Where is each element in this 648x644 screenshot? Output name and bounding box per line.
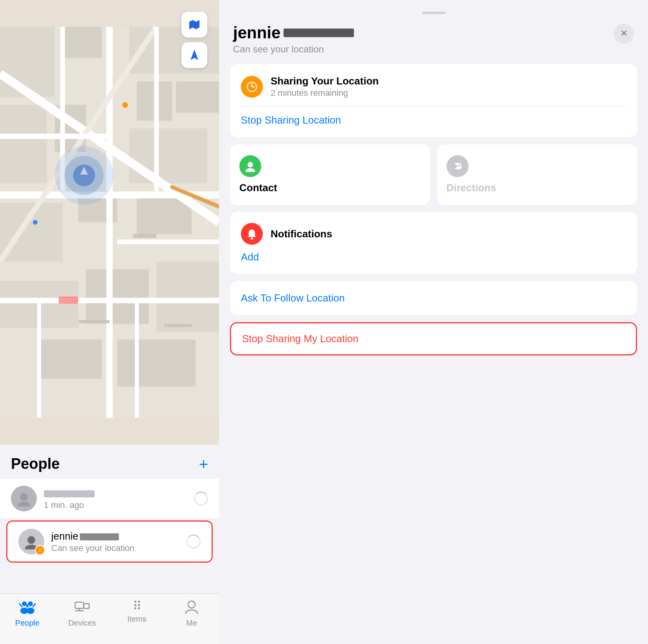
drag-handle xyxy=(422,12,445,14)
close-button[interactable]: ✕ xyxy=(614,23,634,44)
sharing-icon xyxy=(241,76,263,98)
person-item-jennie[interactable]: ⏱ jennie Can see your location xyxy=(6,520,213,563)
notifications-icon xyxy=(241,223,263,245)
svg-rect-32 xyxy=(59,297,78,304)
tab-me[interactable]: Me xyxy=(164,600,219,628)
person1-avatar xyxy=(11,486,37,511)
tab-items[interactable]: ⠿ Items xyxy=(109,600,164,624)
detail-header: jennie Can see your location ✕ xyxy=(219,23,648,64)
svg-rect-15 xyxy=(39,340,102,379)
contact-directions-row: Contact Directions xyxy=(230,144,637,205)
people-tab-icon xyxy=(19,600,36,616)
svg-rect-2 xyxy=(63,27,102,58)
jennie-avatar: ⏱ xyxy=(18,529,44,554)
person-item-1[interactable]: 1 min. ago xyxy=(0,479,219,519)
svg-point-38 xyxy=(33,220,38,225)
directions-label: Directions xyxy=(447,182,628,194)
svg-rect-53 xyxy=(75,602,84,608)
contact-card[interactable]: Contact xyxy=(230,144,430,205)
person1-name xyxy=(44,487,194,499)
svg-point-37 xyxy=(122,102,128,108)
jennie-name: jennie xyxy=(51,530,187,542)
notif-row: Notifications xyxy=(241,223,626,245)
svg-point-48 xyxy=(27,608,34,614)
tab-bar: People Devices ⠿ Items xyxy=(0,593,219,644)
svg-line-49 xyxy=(20,604,22,607)
people-header: People + xyxy=(0,445,219,479)
svg-rect-9 xyxy=(176,82,219,113)
stop-my-location-button[interactable]: Stop Sharing My Location xyxy=(242,333,359,344)
svg-point-62 xyxy=(248,162,253,167)
people-panel: People + 1 min. ago xyxy=(0,445,219,593)
svg-rect-30 xyxy=(164,324,192,327)
svg-point-57 xyxy=(188,601,195,608)
svg-rect-3 xyxy=(0,105,47,183)
notifications-card: Notifications Add xyxy=(230,212,637,274)
jennie-spinner xyxy=(187,535,201,549)
tab-devices-label: Devices xyxy=(68,619,96,628)
ask-follow-card: Ask To Follow Location xyxy=(230,281,637,315)
svg-rect-29 xyxy=(78,320,109,323)
tab-people-label: People xyxy=(15,619,39,628)
name-redacted xyxy=(284,29,354,37)
svg-point-64 xyxy=(251,237,253,240)
people-title: People xyxy=(11,456,60,472)
sharing-card-row: Sharing Your Location 2 minutes remainin… xyxy=(241,75,626,98)
me-tab-icon xyxy=(184,600,199,616)
jennie-status: Can see your location xyxy=(51,543,187,553)
add-person-button[interactable]: + xyxy=(199,456,208,472)
svg-text:⏱: ⏱ xyxy=(38,549,42,553)
svg-rect-10 xyxy=(129,129,207,183)
sharing-title: Sharing Your Location xyxy=(271,75,626,87)
svg-rect-13 xyxy=(86,269,149,324)
contact-name-row: jennie xyxy=(233,23,614,42)
tab-devices[interactable]: Devices xyxy=(55,600,109,628)
svg-rect-54 xyxy=(84,604,89,608)
map-buttons xyxy=(181,12,207,68)
jennie-badge: ⏱ xyxy=(35,545,45,555)
detail-header-info: jennie Can see your location xyxy=(233,23,614,55)
left-panel: People + 1 min. ago xyxy=(0,0,219,644)
tab-people[interactable]: People xyxy=(0,600,55,628)
notifications-title: Notifications xyxy=(271,228,332,240)
person-list: 1 min. ago ⏱ xyxy=(0,479,219,593)
tab-items-label: Items xyxy=(127,615,147,624)
map-area xyxy=(0,0,219,445)
stop-sharing-my-location-card: Stop Sharing My Location xyxy=(230,322,637,355)
contact-icon xyxy=(239,155,261,177)
items-tab-icon: ⠿ xyxy=(133,600,142,612)
svg-rect-16 xyxy=(117,340,196,387)
devices-tab-icon xyxy=(74,600,91,616)
contact-label: Contact xyxy=(239,182,421,194)
add-notification-link[interactable]: Add xyxy=(241,249,259,263)
contact-name: jennie xyxy=(233,23,280,42)
svg-rect-14 xyxy=(156,262,219,332)
svg-point-41 xyxy=(27,536,35,544)
tab-me-label: Me xyxy=(186,619,197,628)
jennie-info: jennie Can see your location xyxy=(51,530,187,553)
right-panel: jennie Can see your location ✕ Sharing Y… xyxy=(219,0,648,644)
svg-line-52 xyxy=(33,604,35,607)
svg-rect-28 xyxy=(133,234,156,238)
svg-point-63 xyxy=(246,168,255,172)
location-button[interactable] xyxy=(181,42,207,68)
svg-rect-1 xyxy=(0,27,55,97)
sharing-text: Sharing Your Location 2 minutes remainin… xyxy=(271,75,626,98)
person1-info: 1 min. ago xyxy=(44,487,194,510)
person1-status: 1 min. ago xyxy=(44,500,194,510)
contact-subtitle: Can see your location xyxy=(233,44,614,55)
sharing-divider xyxy=(241,106,626,106)
ask-follow-link[interactable]: Ask To Follow Location xyxy=(241,292,345,304)
sharing-card: Sharing Your Location 2 minutes remainin… xyxy=(230,64,637,137)
stop-sharing-location-link[interactable]: Stop Sharing Location xyxy=(241,114,626,126)
person1-spinner xyxy=(194,492,208,506)
sharing-subtitle: 2 minutes remaining xyxy=(271,88,626,98)
svg-point-58 xyxy=(186,610,197,614)
directions-icon xyxy=(447,155,468,177)
directions-card: Directions xyxy=(437,144,637,205)
map-view-button[interactable] xyxy=(181,12,207,38)
